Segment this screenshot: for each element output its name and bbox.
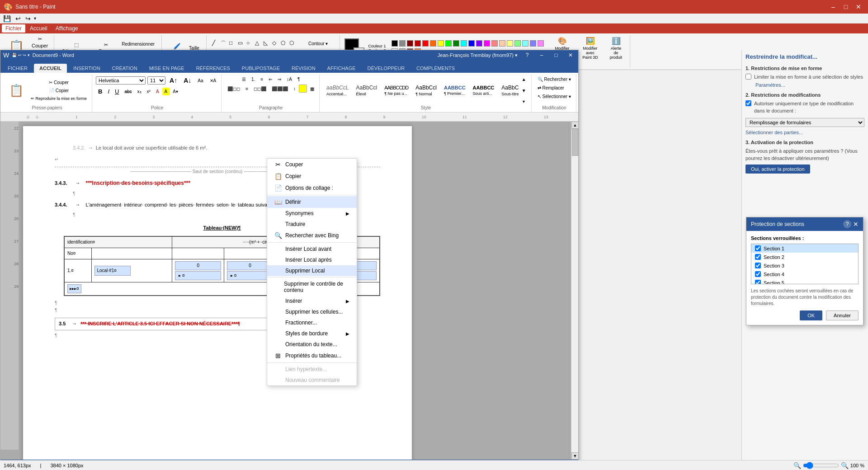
align-left-button[interactable]: ⬛◻◻ — [225, 85, 242, 93]
activate-protection-button[interactable]: Oui, activer la protection — [745, 164, 810, 174]
zoom-in-icon[interactable]: 🔍 — [841, 462, 849, 469]
panel-parametres-link[interactable]: Paramètres... — [755, 82, 864, 88]
forme-rtri[interactable]: ◺ — [263, 39, 271, 48]
color-lightcyan[interactable] — [522, 40, 528, 47]
ctx-inserer[interactable]: Insérer ▶ — [267, 296, 357, 306]
close-button[interactable]: ✕ — [853, 2, 864, 11]
selectionner-word-button[interactable]: ↖ Sélectionner ▾ — [535, 93, 573, 100]
forme-oval[interactable]: ○ — [245, 39, 254, 48]
color-yellow[interactable] — [438, 40, 444, 47]
font-size-select[interactable]: 11 — [147, 76, 165, 85]
section-dialog-help-icon[interactable]: ? — [843, 220, 851, 228]
word-restore-button[interactable]: □ — [551, 51, 561, 59]
linespacing-button[interactable]: ↕ — [291, 85, 298, 93]
superscript-button[interactable]: x² — [145, 88, 153, 95]
ctx-collage[interactable]: 📄 Options de collage : — [267, 182, 357, 194]
style-scroll-up[interactable]: ▲ — [519, 75, 528, 83]
section-list-item-4[interactable]: Section 4 — [751, 270, 858, 278]
val1b-field[interactable]: ▸ ¤ — [175, 271, 221, 280]
highlight-button[interactable]: A — [162, 88, 170, 95]
section1-checkbox[interactable] — [755, 245, 761, 251]
color-pink[interactable] — [491, 40, 498, 47]
color-red2[interactable] — [415, 40, 421, 47]
paint-menu-affichage[interactable]: Affichage — [52, 24, 82, 33]
qa-dropdown-icon[interactable]: ▾ — [34, 16, 36, 21]
paint-menu-fichier[interactable]: Fichier — [2, 24, 25, 33]
word-copier-button[interactable]: 📄 Copier — [28, 87, 89, 94]
undo-button[interactable]: ↩ — [14, 14, 22, 23]
strikethrough-button[interactable]: abc — [122, 88, 134, 95]
font-shrink-button[interactable]: A↓ — [181, 75, 193, 85]
forme-diamond[interactable]: ◇ — [271, 39, 279, 48]
modifier-paint3d-button[interactable]: 🖼️ Modifier avec Paint 3D — [578, 35, 603, 61]
style-accentue[interactable]: aaBbCcLAccentué... — [323, 83, 352, 98]
ctx-orientation[interactable]: Orientation du texte... — [267, 339, 357, 350]
bold-button[interactable]: B — [96, 87, 104, 96]
align-center-button[interactable]: ≡ — [243, 85, 250, 93]
tab-creation[interactable]: CRÉATION — [107, 64, 143, 73]
ctx-couper[interactable]: ✂Couper — [267, 159, 357, 170]
color-black[interactable] — [392, 40, 398, 47]
ctx-rechercher-bing[interactable]: 🔍 Rechercher avec Bing — [267, 230, 357, 241]
increase-indent-button[interactable]: ⇒ — [275, 75, 283, 83]
alerte-produit-button[interactable]: ℹ️ Alerte de produit — [606, 35, 626, 61]
ctx-fractionner[interactable]: Fractionner... — [267, 317, 357, 328]
bullets-button[interactable]: ☰ — [240, 75, 248, 83]
local-form-field[interactable]: Local·#1¤ — [94, 266, 131, 276]
word-coller-button[interactable]: 📋 — [5, 82, 28, 99]
color-cyan[interactable] — [461, 40, 467, 47]
ctx-traduire[interactable]: Traduire — [267, 219, 357, 230]
dialog-cancel-button[interactable]: Annuler — [826, 310, 859, 320]
scroll-thumb[interactable] — [572, 129, 578, 156]
textcolor-button[interactable]: A — [154, 88, 161, 95]
color-lightpink[interactable] — [538, 40, 544, 47]
contour-button[interactable]: Contour ▾ — [300, 40, 336, 47]
save-button[interactable]: 💾 — [2, 14, 12, 23]
color-lightgreen[interactable] — [514, 40, 521, 47]
ctx-inserer-apres[interactable]: Insérer Local après — [267, 254, 357, 265]
limit-format-checkbox[interactable] — [745, 74, 751, 80]
pilcrow-button[interactable]: ¶ — [295, 75, 302, 83]
style-sousarti[interactable]: AABBCCSous arti... — [470, 84, 498, 97]
section4-checkbox[interactable] — [755, 271, 761, 277]
tab-accueil[interactable]: ACCUEIL — [34, 64, 67, 73]
subscript-button[interactable]: x₂ — [135, 88, 144, 95]
color-orange[interactable] — [430, 40, 436, 47]
style-normal[interactable]: AaBbCcl¶ Normal — [412, 83, 440, 98]
color-darkred[interactable] — [407, 40, 413, 47]
color-lightblue[interactable] — [530, 40, 536, 47]
color-magenta[interactable] — [484, 40, 490, 47]
forme-penta[interactable]: ⬠ — [280, 39, 288, 48]
modification-type-select[interactable]: Remplissage de formulaires — [745, 118, 864, 127]
word-repro-button[interactable]: ✏ Reproduire la mise en forme — [28, 95, 89, 102]
tab-developpeur[interactable]: DÉVELOPPEUR — [362, 64, 410, 73]
tab-fichier[interactable]: FICHIER — [2, 64, 33, 73]
ctx-copier[interactable]: 📋Copier — [267, 170, 357, 182]
val2b-field[interactable]: ▸ ¤ — [227, 271, 273, 280]
zoom-out-icon[interactable]: 🔍 — [793, 462, 801, 469]
ctx-proprietes[interactable]: ⊞ Propriétés du tableau... — [267, 350, 357, 362]
word-couper-button[interactable]: ✂ Couper — [28, 79, 89, 86]
color-green[interactable] — [453, 40, 459, 47]
redimensionner-button[interactable]: Redimensionner — [118, 40, 158, 48]
style-premier[interactable]: AABBCC¶ Premier... — [441, 84, 469, 97]
ctx-supprimer-local[interactable]: Supprimer Local — [267, 265, 357, 276]
style-more[interactable]: ▾ — [519, 98, 528, 105]
style-soustit[interactable]: AaBbCclSous-titre — [498, 83, 519, 98]
align-right-button[interactable]: ◻◻⬛ — [251, 85, 269, 93]
numbered-button[interactable]: 1. — [249, 75, 257, 83]
multilevel-button[interactable]: ≡ — [258, 75, 265, 83]
underline-button[interactable]: U — [113, 87, 121, 96]
font-face-select[interactable]: Helvetica — [96, 76, 146, 85]
sort-button[interactable]: ↕A — [284, 75, 294, 83]
forme-hexa[interactable]: ⬡ — [288, 39, 297, 48]
scroll-down-button[interactable]: ▼ — [571, 452, 578, 460]
paint-menu-accueil[interactable]: Accueil — [26, 24, 51, 33]
tab-mise-en-page[interactable]: MISE EN PAGE — [144, 64, 190, 73]
tab-complements[interactable]: COMPLÉMENTS — [411, 64, 460, 73]
val2-field[interactable]: 0 — [227, 261, 273, 270]
tab-revision[interactable]: RÉVISION — [286, 64, 321, 73]
color-red[interactable] — [422, 40, 429, 47]
forme-rect2[interactable]: ▭ — [237, 39, 245, 48]
tab-affichage[interactable]: AFFICHAGE — [322, 64, 361, 73]
